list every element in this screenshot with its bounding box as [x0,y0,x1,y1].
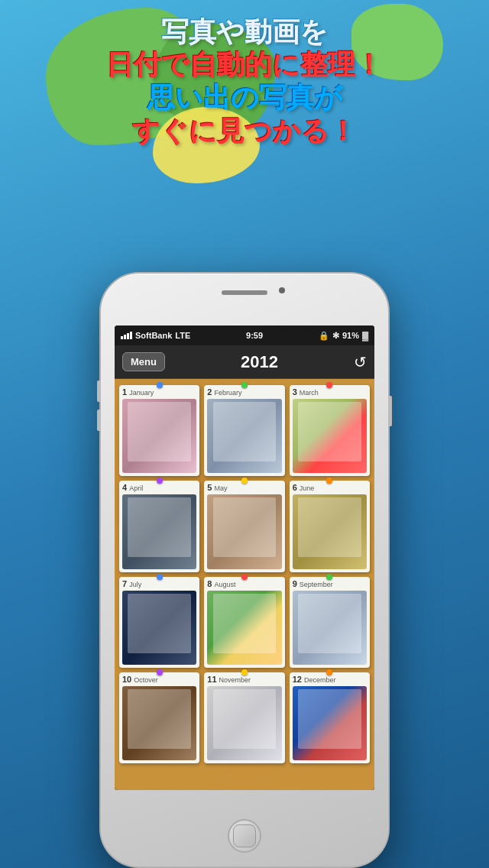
month-name-11: November [219,676,251,684]
year-title: 2012 [241,352,278,372]
month-card-4[interactable]: 4 April [119,481,199,572]
carrier-name: SoftBank [135,331,172,340]
month-photo-12 [293,686,367,760]
photo-inner-7 [128,594,191,653]
month-name-6: June [300,484,315,492]
month-photo-2 [207,399,281,473]
month-number-9: 9 [293,579,297,588]
signal-bar-1 [121,336,123,339]
month-number-2: 2 [207,387,212,397]
month-label-10: 10 Octover [122,675,196,684]
battery-level: 91% [342,331,359,340]
hero-line-3: 思い出の写真が [0,81,489,114]
photo-inner-3 [298,402,361,462]
month-name-3: March [300,389,319,397]
month-card-2[interactable]: 2 February [204,385,284,476]
month-card-6[interactable]: 6 June [290,481,370,572]
battery-icon: ▓ [362,331,368,340]
month-photo-6 [293,494,367,568]
month-card-1[interactable]: 1 January [119,385,199,476]
month-card-7[interactable]: 7 July [119,577,199,668]
photo-inner-6 [298,497,361,557]
month-photo-7 [122,591,196,665]
power-button[interactable] [388,396,392,426]
month-number-1: 1 [122,387,127,397]
month-grid: 1 January 2 February 3 March [119,385,370,763]
month-card-12[interactable]: 12 December [290,672,370,763]
phone-device: SoftBank LTE 9:59 🔒 ✻ 91% ▓ Menu 2012 ↺ [99,272,390,868]
month-card-8[interactable]: 8 August [204,577,284,668]
photo-inner-1 [128,402,191,462]
month-label-7: 7 July [122,579,196,588]
hero-line-1: 写真や動画を [0,15,489,48]
month-label-11: 11 November [207,675,281,684]
month-number-7: 7 [122,579,127,588]
month-number-6: 6 [293,483,297,492]
month-photo-5 [207,494,281,568]
month-label-5: 5 May [207,483,281,492]
month-label-2: 2 February [207,387,281,397]
month-number-11: 11 [207,675,216,684]
month-label-8: 8 August [207,579,281,588]
photo-inner-5 [213,497,277,557]
phone-speaker [222,290,267,295]
month-photo-1 [122,399,196,473]
status-left: SoftBank LTE [121,331,190,340]
month-photo-4 [122,494,196,568]
month-name-9: September [300,581,333,588]
month-number-3: 3 [293,387,297,397]
month-card-3[interactable]: 3 March [290,385,370,476]
photo-inner-9 [298,594,361,653]
month-label-6: 6 June [293,483,367,492]
hero-text-block: 写真や動画を 日付で自動的に整理！ 思い出の写真が すぐに見つかる！ [0,15,489,147]
month-photo-11 [207,686,281,760]
month-label-3: 3 March [293,387,367,397]
menu-button[interactable]: Menu [122,352,165,371]
hero-line-2: 日付で自動的に整理！ [0,48,489,81]
photo-inner-10 [128,689,191,749]
month-card-10[interactable]: 10 Octover [119,672,199,763]
app-content: Menu 2012 ↺ 1 January 2 February [115,345,374,790]
home-button[interactable] [228,819,261,853]
hero-line-4: すぐに見つかる！ [0,115,489,147]
photo-inner-4 [128,497,191,557]
signal-bar-4 [130,332,132,339]
volume-down-button[interactable] [97,410,101,431]
month-number-8: 8 [207,579,212,588]
signal-bar-3 [127,333,129,339]
app-toolbar: Menu 2012 ↺ [115,345,374,379]
month-photo-10 [122,686,196,760]
refresh-button[interactable]: ↺ [354,353,367,371]
photo-inner-8 [213,594,277,653]
month-photo-8 [207,591,281,665]
network-type: LTE [175,331,190,340]
month-number-12: 12 [293,675,302,684]
cork-board: 1 January 2 February 3 March [115,379,374,790]
month-name-1: January [129,389,154,397]
signal-bars [121,332,132,339]
status-right: 🔒 ✻ 91% ▓ [319,331,368,341]
photo-inner-12 [298,689,361,749]
bluetooth-icon: ✻ [332,331,339,341]
phone-screen: SoftBank LTE 9:59 🔒 ✻ 91% ▓ Menu 2012 ↺ [115,326,374,790]
volume-up-button[interactable] [97,381,101,402]
month-photo-9 [293,591,367,665]
signal-bar-2 [124,335,126,339]
month-label-9: 9 September [293,579,367,588]
month-card-11[interactable]: 11 November [204,672,284,763]
photo-inner-2 [213,402,277,462]
month-number-10: 10 [122,675,131,684]
photo-inner-11 [213,689,277,749]
month-name-10: Octover [134,676,158,684]
month-card-9[interactable]: 9 September [290,577,370,668]
month-card-5[interactable]: 5 May [204,481,284,572]
month-name-8: August [214,581,235,588]
month-name-4: April [129,484,143,492]
month-name-5: May [214,484,227,492]
month-label-12: 12 December [293,675,367,684]
month-label-1: 1 January [122,387,196,397]
month-number-5: 5 [207,483,212,492]
status-bar: SoftBank LTE 9:59 🔒 ✻ 91% ▓ [115,326,374,345]
home-button-inner [233,824,256,847]
month-photo-3 [293,399,367,473]
